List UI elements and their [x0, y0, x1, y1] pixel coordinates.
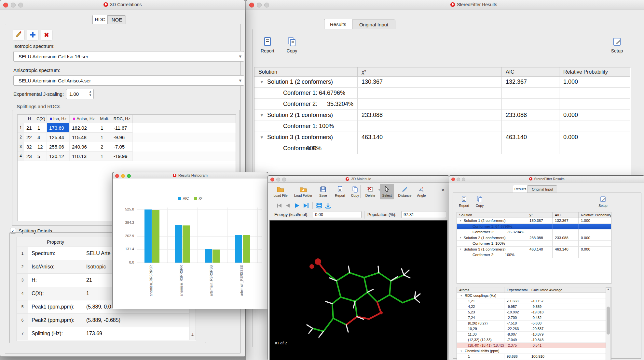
table-cell[interactable]: (18,40) (18,41) (18,42)	[457, 343, 504, 348]
table-cell[interactable]: -20.537	[529, 326, 606, 332]
tab-results[interactable]: Results	[513, 185, 528, 193]
select-button[interactable]: Select	[380, 184, 394, 199]
table-cell[interactable]: ▼Solution 3 (1 conformers)	[457, 247, 527, 252]
property-cell[interactable]: Splitting (Hz):	[28, 327, 83, 340]
table-cell[interactable]: -11.67	[111, 123, 133, 133]
table-cell[interactable]: 1.000	[579, 218, 611, 224]
table-cell[interactable]: ▼Solution 3 (1 conformers)	[254, 132, 358, 143]
table-cell[interactable]: 1	[98, 133, 111, 142]
tab-results[interactable]: Results	[324, 19, 352, 29]
expand-arrow-icon[interactable]: ▼	[460, 350, 462, 352]
table-cell[interactable]: 130.367	[358, 77, 502, 88]
table-cell[interactable]	[358, 99, 502, 110]
table-cell[interactable]	[559, 99, 630, 110]
table-cell[interactable]: 463.140	[358, 132, 502, 143]
energy-field[interactable]: 0.00	[313, 211, 362, 218]
table-cell[interactable]	[559, 121, 630, 132]
table-cell[interactable]	[579, 241, 611, 247]
table-cell[interactable]	[553, 252, 579, 258]
value-cell[interactable]: (5.889, -0.685)	[83, 314, 196, 327]
table-cell[interactable]: 233.088	[527, 235, 553, 241]
expand-arrow-icon[interactable]: ▼	[459, 237, 461, 239]
table-cell[interactable]: -7.05	[111, 142, 133, 151]
table-cell[interactable]: -11.668	[504, 298, 529, 304]
table-cell[interactable]	[527, 229, 553, 235]
group-row[interactable]: ▼Chemical shifts (ppm)	[457, 348, 606, 354]
table-cell[interactable]: 0.000	[579, 247, 611, 252]
table-cell[interactable]: Conformer 1: 64.6796%	[254, 88, 358, 99]
table-cell[interactable]: 110.13	[70, 151, 98, 161]
stack-superimpose-button[interactable]	[316, 203, 322, 210]
table-cell[interactable]: -10.879	[529, 332, 606, 337]
table-cell[interactable]: 93.686	[504, 354, 529, 359]
table-cell[interactable]	[358, 121, 502, 132]
report-button[interactable]: Report	[258, 37, 277, 53]
table-cell[interactable]: 115.48	[70, 133, 98, 142]
table-cell[interactable]: 130.12	[47, 151, 70, 161]
table-cell[interactable]: -10.157	[529, 298, 606, 304]
group-row[interactable]: ▼RDC couplings (Hz)	[457, 293, 606, 298]
legend-item[interactable]: AIC	[178, 196, 189, 200]
load-folder-button[interactable]: Load Folder	[291, 184, 315, 199]
atoms-scrollbar[interactable]: ▲	[606, 287, 611, 360]
table-cell[interactable]: -19.818	[529, 310, 606, 315]
table-cell[interactable]: 173.69	[47, 123, 70, 133]
table-cell[interactable]: 21	[24, 123, 35, 133]
table-cell[interactable]: Conformer 2:35.3204%	[254, 99, 358, 110]
table-cell[interactable]: 4	[35, 133, 47, 142]
table-cell[interactable]: 162.02	[70, 123, 98, 133]
table-row[interactable]: Conformer 2:100%	[254, 143, 630, 154]
row-header[interactable]: 3	[18, 142, 24, 151]
property-cell[interactable]: Peak1 (ppm,ppm):	[28, 300, 83, 314]
table-cell[interactable]: 125.44	[47, 133, 70, 142]
table-cell[interactable]: (12,32) (12,33)	[457, 337, 504, 343]
table-cell[interactable]: 0.000	[559, 110, 630, 121]
titlebar[interactable]: StereoFitter Results	[246, 0, 644, 9]
table-cell[interactable]: -5.638	[529, 321, 606, 326]
table-cell[interactable]: 4,22	[457, 304, 504, 310]
table-row[interactable]: ▼Solution 3 (1 conformers)463.140463.140…	[254, 132, 630, 143]
molecule-3d-viewer[interactable]: #1 of 2	[269, 220, 447, 360]
row-header[interactable]: 4	[18, 151, 24, 161]
tab-original-input[interactable]: Original Input	[352, 20, 395, 29]
delete-button[interactable]: Delete	[363, 184, 378, 199]
table-row[interactable]: ▼Solution 1 (2 conformers)130.367132.367…	[457, 218, 611, 224]
table-cell[interactable]: 1	[98, 151, 111, 161]
table-row[interactable]: ▼Solution 2 (1 conformers)233.088233.088…	[457, 235, 611, 241]
table-cell[interactable]	[502, 99, 559, 110]
property-cell[interactable]: Spectrum:	[28, 247, 83, 260]
table-cell[interactable]	[553, 241, 579, 247]
scroll-up-icon[interactable]: ▲	[606, 288, 610, 292]
table-cell[interactable]: 7,24	[457, 315, 504, 321]
add-button[interactable]	[27, 30, 38, 40]
table-cell[interactable]: -2.700	[504, 315, 529, 321]
property-cell[interactable]: Iso/Aniso:	[28, 260, 83, 274]
table-cell[interactable]: 12	[35, 142, 47, 151]
table-cell[interactable]: 1	[35, 123, 47, 133]
row-header[interactable]: 1	[18, 123, 24, 133]
table-row[interactable]: Conformer 2:100%	[457, 252, 611, 258]
table-cell[interactable]: 130.367	[527, 218, 553, 224]
table-cell[interactable]: 23	[24, 151, 35, 161]
tab-original-input[interactable]: Original Input	[528, 185, 557, 193]
titlebar[interactable]: 3D Correlations	[0, 0, 245, 9]
nav-first-button[interactable]	[276, 203, 282, 209]
table-cell[interactable]: Conformer 1: 64.6796%	[457, 224, 527, 230]
expand-arrow-icon[interactable]: ▼	[260, 79, 264, 84]
copy-button[interactable]: Copy	[474, 196, 486, 208]
table-cell[interactable]: 0.000	[579, 235, 611, 241]
copy-button[interactable]: Copy	[349, 184, 362, 199]
table-cell[interactable]: 1,21	[457, 298, 504, 304]
table-cell[interactable]: -7.049	[504, 337, 529, 343]
table-cell[interactable]: 233.088	[502, 110, 559, 121]
table-cell[interactable]: -22.263	[504, 326, 529, 332]
table-cell[interactable]: 0.000	[559, 132, 630, 143]
table-cell[interactable]	[527, 252, 553, 258]
table-cell[interactable]	[527, 224, 553, 230]
table-cell[interactable]: 2	[98, 142, 111, 151]
table-cell[interactable]: 255.06	[47, 142, 70, 151]
angle-button[interactable]: ∠21Angle	[415, 184, 428, 199]
property-cell[interactable]: H:	[28, 274, 83, 287]
table-cell[interactable]: 132.367	[553, 218, 579, 224]
table-cell[interactable]: -0.541	[529, 343, 606, 348]
